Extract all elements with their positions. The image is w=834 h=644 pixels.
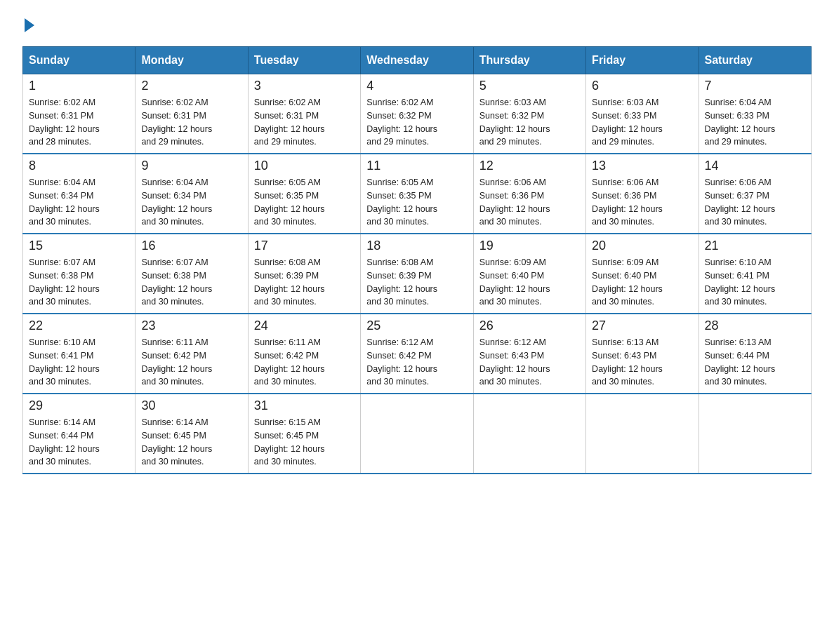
day-number: 14 bbox=[705, 159, 805, 173]
day-info: Sunrise: 6:15 AM Sunset: 6:45 PM Dayligh… bbox=[254, 416, 355, 469]
calendar-week-row: 15 Sunrise: 6:07 AM Sunset: 6:38 PM Dayl… bbox=[23, 234, 812, 314]
day-number: 12 bbox=[479, 159, 580, 173]
header-friday: Friday bbox=[586, 47, 699, 74]
calendar-week-row: 22 Sunrise: 6:10 AM Sunset: 6:41 PM Dayl… bbox=[23, 314, 812, 394]
day-number: 17 bbox=[254, 239, 355, 253]
day-number: 23 bbox=[141, 318, 241, 333]
day-info: Sunrise: 6:06 AM Sunset: 6:37 PM Dayligh… bbox=[705, 176, 805, 229]
day-info: Sunrise: 6:04 AM Sunset: 6:34 PM Dayligh… bbox=[141, 176, 241, 229]
day-info: Sunrise: 6:02 AM Sunset: 6:31 PM Dayligh… bbox=[254, 96, 355, 149]
header-thursday: Thursday bbox=[473, 47, 585, 74]
day-info: Sunrise: 6:07 AM Sunset: 6:38 PM Dayligh… bbox=[29, 256, 129, 309]
day-info: Sunrise: 6:14 AM Sunset: 6:45 PM Dayligh… bbox=[141, 416, 241, 469]
logo bbox=[22, 17, 36, 32]
day-info: Sunrise: 6:03 AM Sunset: 6:32 PM Dayligh… bbox=[479, 96, 580, 149]
calendar-cell: 8 Sunrise: 6:04 AM Sunset: 6:34 PM Dayli… bbox=[23, 154, 135, 234]
day-info: Sunrise: 6:05 AM Sunset: 6:35 PM Dayligh… bbox=[254, 176, 355, 229]
day-number: 5 bbox=[479, 79, 580, 93]
day-info: Sunrise: 6:14 AM Sunset: 6:44 PM Dayligh… bbox=[29, 416, 129, 469]
calendar-cell: 2 Sunrise: 6:02 AM Sunset: 6:31 PM Dayli… bbox=[135, 74, 248, 154]
day-number: 31 bbox=[254, 398, 355, 413]
day-number: 26 bbox=[479, 318, 580, 333]
day-number: 15 bbox=[29, 239, 129, 253]
day-info: Sunrise: 6:07 AM Sunset: 6:38 PM Dayligh… bbox=[141, 256, 241, 309]
calendar-cell: 22 Sunrise: 6:10 AM Sunset: 6:41 PM Dayl… bbox=[23, 314, 135, 394]
day-number: 22 bbox=[29, 318, 129, 333]
calendar-cell: 15 Sunrise: 6:07 AM Sunset: 6:38 PM Dayl… bbox=[23, 234, 135, 314]
day-number: 18 bbox=[366, 239, 467, 253]
day-number: 1 bbox=[29, 79, 129, 93]
day-info: Sunrise: 6:08 AM Sunset: 6:39 PM Dayligh… bbox=[254, 256, 355, 309]
calendar-cell: 30 Sunrise: 6:14 AM Sunset: 6:45 PM Dayl… bbox=[135, 394, 248, 474]
day-info: Sunrise: 6:10 AM Sunset: 6:41 PM Dayligh… bbox=[29, 336, 129, 389]
day-info: Sunrise: 6:02 AM Sunset: 6:32 PM Dayligh… bbox=[366, 96, 467, 149]
day-number: 28 bbox=[705, 318, 805, 333]
calendar-cell bbox=[473, 394, 585, 474]
day-info: Sunrise: 6:02 AM Sunset: 6:31 PM Dayligh… bbox=[29, 96, 129, 149]
calendar-cell: 26 Sunrise: 6:12 AM Sunset: 6:43 PM Dayl… bbox=[473, 314, 585, 394]
day-number: 16 bbox=[141, 239, 241, 253]
calendar-cell: 5 Sunrise: 6:03 AM Sunset: 6:32 PM Dayli… bbox=[473, 74, 585, 154]
calendar-cell: 20 Sunrise: 6:09 AM Sunset: 6:40 PM Dayl… bbox=[586, 234, 699, 314]
day-number: 11 bbox=[366, 159, 467, 173]
calendar-cell: 19 Sunrise: 6:09 AM Sunset: 6:40 PM Dayl… bbox=[473, 234, 585, 314]
day-info: Sunrise: 6:08 AM Sunset: 6:39 PM Dayligh… bbox=[366, 256, 467, 309]
calendar-cell: 24 Sunrise: 6:11 AM Sunset: 6:42 PM Dayl… bbox=[248, 314, 360, 394]
calendar-cell: 4 Sunrise: 6:02 AM Sunset: 6:32 PM Dayli… bbox=[361, 74, 473, 154]
calendar-cell: 18 Sunrise: 6:08 AM Sunset: 6:39 PM Dayl… bbox=[361, 234, 473, 314]
header-sunday: Sunday bbox=[23, 47, 135, 74]
day-info: Sunrise: 6:11 AM Sunset: 6:42 PM Dayligh… bbox=[254, 336, 355, 389]
calendar-cell: 7 Sunrise: 6:04 AM Sunset: 6:33 PM Dayli… bbox=[699, 74, 811, 154]
calendar-table: SundayMondayTuesdayWednesdayThursdayFrid… bbox=[22, 46, 812, 474]
calendar-cell bbox=[699, 394, 811, 474]
calendar-cell bbox=[361, 394, 473, 474]
header-tuesday: Tuesday bbox=[248, 47, 360, 74]
day-info: Sunrise: 6:06 AM Sunset: 6:36 PM Dayligh… bbox=[479, 176, 580, 229]
day-info: Sunrise: 6:10 AM Sunset: 6:41 PM Dayligh… bbox=[705, 256, 805, 309]
calendar-cell: 6 Sunrise: 6:03 AM Sunset: 6:33 PM Dayli… bbox=[586, 74, 699, 154]
calendar-week-row: 29 Sunrise: 6:14 AM Sunset: 6:44 PM Dayl… bbox=[23, 394, 812, 474]
day-number: 21 bbox=[705, 239, 805, 253]
calendar-cell: 31 Sunrise: 6:15 AM Sunset: 6:45 PM Dayl… bbox=[248, 394, 360, 474]
day-number: 10 bbox=[254, 159, 355, 173]
day-info: Sunrise: 6:12 AM Sunset: 6:42 PM Dayligh… bbox=[366, 336, 467, 389]
calendar-cell: 1 Sunrise: 6:02 AM Sunset: 6:31 PM Dayli… bbox=[23, 74, 135, 154]
header-saturday: Saturday bbox=[699, 47, 811, 74]
calendar-cell: 14 Sunrise: 6:06 AM Sunset: 6:37 PM Dayl… bbox=[699, 154, 811, 234]
day-number: 6 bbox=[592, 79, 692, 93]
calendar-cell: 3 Sunrise: 6:02 AM Sunset: 6:31 PM Dayli… bbox=[248, 74, 360, 154]
calendar-cell: 13 Sunrise: 6:06 AM Sunset: 6:36 PM Dayl… bbox=[586, 154, 699, 234]
day-number: 30 bbox=[141, 398, 241, 413]
calendar-cell: 11 Sunrise: 6:05 AM Sunset: 6:35 PM Dayl… bbox=[361, 154, 473, 234]
calendar-header-row: SundayMondayTuesdayWednesdayThursdayFrid… bbox=[23, 47, 812, 74]
day-number: 13 bbox=[592, 159, 692, 173]
header-wednesday: Wednesday bbox=[361, 47, 473, 74]
day-info: Sunrise: 6:09 AM Sunset: 6:40 PM Dayligh… bbox=[479, 256, 580, 309]
calendar-cell: 25 Sunrise: 6:12 AM Sunset: 6:42 PM Dayl… bbox=[361, 314, 473, 394]
calendar-cell: 17 Sunrise: 6:08 AM Sunset: 6:39 PM Dayl… bbox=[248, 234, 360, 314]
day-info: Sunrise: 6:11 AM Sunset: 6:42 PM Dayligh… bbox=[141, 336, 241, 389]
header-monday: Monday bbox=[135, 47, 248, 74]
day-info: Sunrise: 6:04 AM Sunset: 6:34 PM Dayligh… bbox=[29, 176, 129, 229]
day-number: 4 bbox=[366, 79, 467, 93]
day-info: Sunrise: 6:05 AM Sunset: 6:35 PM Dayligh… bbox=[366, 176, 467, 229]
page-header bbox=[22, 17, 812, 32]
day-info: Sunrise: 6:06 AM Sunset: 6:36 PM Dayligh… bbox=[592, 176, 692, 229]
day-info: Sunrise: 6:04 AM Sunset: 6:33 PM Dayligh… bbox=[705, 96, 805, 149]
day-number: 9 bbox=[141, 159, 241, 173]
day-number: 3 bbox=[254, 79, 355, 93]
day-info: Sunrise: 6:12 AM Sunset: 6:43 PM Dayligh… bbox=[479, 336, 580, 389]
calendar-cell: 21 Sunrise: 6:10 AM Sunset: 6:41 PM Dayl… bbox=[699, 234, 811, 314]
day-info: Sunrise: 6:09 AM Sunset: 6:40 PM Dayligh… bbox=[592, 256, 692, 309]
calendar-cell: 28 Sunrise: 6:13 AM Sunset: 6:44 PM Dayl… bbox=[699, 314, 811, 394]
calendar-cell: 10 Sunrise: 6:05 AM Sunset: 6:35 PM Dayl… bbox=[248, 154, 360, 234]
calendar-week-row: 8 Sunrise: 6:04 AM Sunset: 6:34 PM Dayli… bbox=[23, 154, 812, 234]
day-number: 2 bbox=[141, 79, 241, 93]
calendar-cell: 12 Sunrise: 6:06 AM Sunset: 6:36 PM Dayl… bbox=[473, 154, 585, 234]
day-number: 8 bbox=[29, 159, 129, 173]
calendar-cell: 23 Sunrise: 6:11 AM Sunset: 6:42 PM Dayl… bbox=[135, 314, 248, 394]
calendar-cell: 27 Sunrise: 6:13 AM Sunset: 6:43 PM Dayl… bbox=[586, 314, 699, 394]
day-number: 25 bbox=[366, 318, 467, 333]
logo-arrow-icon bbox=[25, 18, 34, 32]
day-number: 7 bbox=[705, 79, 805, 93]
